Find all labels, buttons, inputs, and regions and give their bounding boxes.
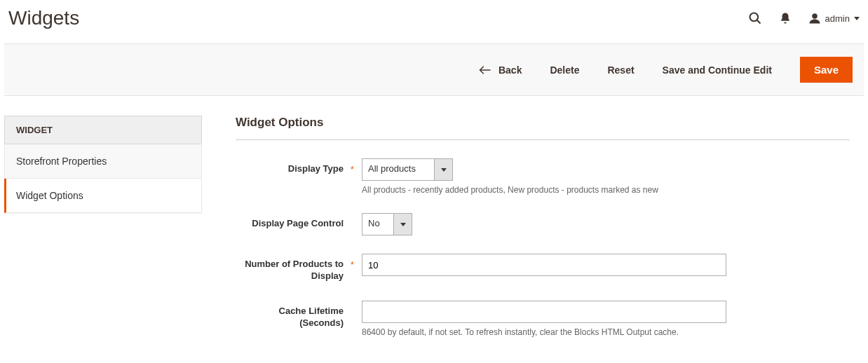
user-icon: [808, 12, 821, 25]
chevron-down-icon: [854, 17, 860, 20]
sidebar-item-label: Storefront Properties: [16, 156, 107, 167]
svg-line-1: [757, 20, 760, 24]
section-title: Widget Options: [236, 116, 850, 140]
save-continue-button[interactable]: Save and Continue Edit: [663, 64, 772, 76]
page-title: Widgets: [8, 7, 79, 29]
sidebar-item-label: Widget Options: [16, 190, 83, 201]
display-type-hint: All products - recently added products, …: [362, 185, 850, 195]
chevron-down-icon: [434, 159, 452, 180]
num-products-input[interactable]: [362, 254, 726, 276]
required-star: *: [351, 254, 358, 270]
cache-lifetime-hint: 86400 by default, if not set. To refresh…: [362, 327, 850, 337]
user-menu[interactable]: admin: [808, 12, 860, 25]
sidebar-item-widget-options[interactable]: Widget Options: [4, 179, 202, 213]
user-name: admin: [825, 13, 850, 24]
search-icon[interactable]: [748, 11, 762, 25]
display-type-label: Display Type: [236, 158, 351, 175]
display-type-value: All products: [362, 159, 434, 180]
delete-button[interactable]: Delete: [550, 64, 579, 76]
sidebar: WIDGET Storefront Properties Widget Opti…: [4, 116, 202, 355]
back-button[interactable]: Back: [479, 64, 522, 76]
reset-button[interactable]: Reset: [607, 64, 634, 76]
display-page-control-value: No: [362, 214, 393, 235]
num-products-label: Number of Products to Display: [236, 254, 351, 282]
required-star: *: [351, 158, 358, 174]
svg-point-2: [812, 13, 818, 19]
cache-lifetime-label: Cache Lifetime (Seconds): [236, 301, 351, 329]
sidebar-item-storefront-properties[interactable]: Storefront Properties: [4, 144, 202, 179]
sidebar-heading: WIDGET: [4, 116, 202, 144]
svg-point-0: [750, 13, 758, 22]
display-page-control-select[interactable]: No: [362, 213, 412, 235]
display-page-control-label: Display Page Control: [236, 213, 351, 230]
action-bar: Back Delete Reset Save and Continue Edit…: [4, 43, 864, 96]
back-label: Back: [499, 64, 522, 76]
save-button[interactable]: Save: [800, 57, 853, 83]
notifications-icon[interactable]: [779, 12, 792, 25]
chevron-down-icon: [393, 214, 412, 235]
cache-lifetime-input[interactable]: [362, 301, 726, 323]
arrow-left-icon: [479, 65, 491, 75]
display-type-select[interactable]: All products: [362, 158, 453, 181]
